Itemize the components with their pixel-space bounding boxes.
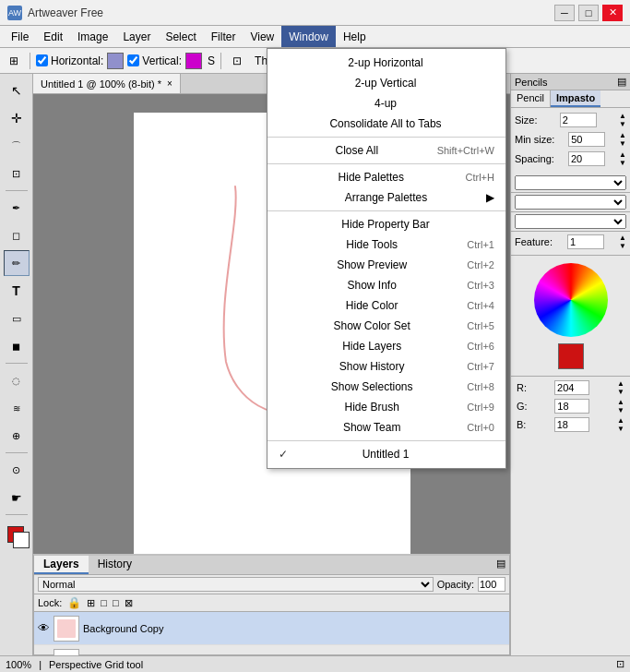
menu-show-color-set[interactable]: Show Color Set Ctrl+5 — [267, 316, 505, 336]
tool-brush[interactable]: ✏ — [4, 250, 30, 276]
lock-icon-3[interactable]: □ — [101, 597, 107, 608]
menu-consolidate[interactable]: Consolidate All to Tabs — [267, 114, 505, 134]
tool-magnify[interactable]: ⊙ — [4, 457, 30, 483]
menu-layer[interactable]: Layer — [115, 26, 158, 47]
menu-hide-tools[interactable]: Hide Tools Ctrl+1 — [267, 234, 505, 255]
b-spinner[interactable]: ▲▼ — [617, 416, 624, 433]
tool-rectangle[interactable]: ▭ — [4, 306, 30, 331]
tool-blur[interactable]: ◌ — [4, 367, 30, 393]
menu-help[interactable]: Help — [336, 26, 374, 47]
vertical-checkbox[interactable] — [127, 54, 139, 66]
blend-mode-select[interactable]: Normal Multiply Screen — [38, 577, 434, 592]
spacing-input[interactable] — [568, 151, 605, 166]
layer-name-1: Background Copy — [83, 623, 505, 634]
tool-move[interactable]: ✛ — [4, 105, 30, 131]
tool-eraser[interactable]: ◻ — [4, 222, 30, 248]
lock-icon-5[interactable]: ⊠ — [125, 597, 133, 609]
g-input[interactable] — [554, 399, 589, 414]
menu-hide-brush[interactable]: Hide Brush Ctrl+9 — [267, 397, 505, 417]
r-spinner[interactable]: ▲▼ — [617, 379, 624, 396]
tool-separator-2 — [6, 363, 28, 364]
menu-show-team[interactable]: Show Team Ctrl+0 — [267, 417, 505, 438]
horizontal-checkbox[interactable] — [36, 54, 48, 66]
opacity-label: Opacity: — [437, 579, 474, 590]
menu-hide-palettes[interactable]: Hide Palettes Ctrl+H — [267, 167, 505, 187]
minsize-label: Min size: — [515, 134, 554, 145]
status-icon: ⊡ — [616, 658, 624, 670]
tool-smudge[interactable]: ≋ — [4, 395, 30, 421]
toolbar-icon-1[interactable]: ⊞ — [4, 51, 24, 71]
minsize-input[interactable] — [568, 132, 605, 147]
tool-fill[interactable]: ◼ — [4, 333, 30, 359]
horizontal-label: Horizontal: — [51, 54, 103, 67]
tool-text[interactable]: T — [4, 278, 30, 304]
maximize-button[interactable]: □ — [578, 5, 599, 21]
menu-filter[interactable]: Filter — [204, 26, 244, 47]
size-spinner[interactable]: ▲▼ — [619, 112, 626, 128]
menu-close-all[interactable]: Close All Shift+Ctrl+W — [267, 140, 505, 161]
layer-eye-1[interactable]: 👁 — [38, 621, 50, 635]
right-panel: Pencils ▤ Pencil Impasto Size: ▲▼ Min si… — [510, 74, 630, 655]
canvas-tab-close[interactable]: × — [167, 78, 172, 89]
active-color-swatch[interactable] — [558, 343, 584, 369]
layers-panel-close[interactable]: ▤ — [493, 556, 509, 574]
layer-row-background-copy[interactable]: 👁 Background Copy — [34, 612, 509, 645]
toolbar-icon-2[interactable]: ⊡ — [227, 51, 247, 71]
minimize-button[interactable]: ─ — [554, 5, 575, 21]
opacity-input[interactable] — [478, 577, 505, 592]
panel-resize-icon[interactable]: ▤ — [617, 76, 626, 88]
lock-icon-4[interactable]: □ — [113, 597, 119, 608]
tab-layers[interactable]: Layers — [34, 556, 89, 574]
spacing-spinner[interactable]: ▲▼ — [619, 150, 626, 167]
menu-hide-color[interactable]: Hide Color Ctrl+4 — [267, 295, 505, 316]
lock-icon-1[interactable]: 🔒 — [67, 596, 81, 609]
brush-select-2[interactable] — [515, 195, 626, 210]
menu-hide-layers[interactable]: Hide Layers Ctrl+6 — [267, 336, 505, 356]
b-input[interactable] — [554, 417, 589, 432]
horizontal-color-box[interactable] — [107, 53, 124, 69]
bg-color-swatch[interactable] — [13, 532, 30, 548]
menu-label-hide-property-bar: Hide Property Bar — [341, 218, 429, 231]
menu-view[interactable]: View — [243, 26, 281, 47]
tool-hand[interactable]: ☛ — [4, 485, 30, 510]
menu-show-history[interactable]: Show History Ctrl+7 — [267, 356, 505, 377]
brush-select-1[interactable] — [515, 175, 626, 190]
menu-show-info[interactable]: Show Info Ctrl+3 — [267, 275, 505, 295]
close-button[interactable]: ✕ — [602, 5, 623, 21]
menu-2up-horizontal[interactable]: 2-up Horizontal — [267, 53, 505, 73]
feature-input[interactable] — [567, 234, 604, 249]
g-spinner[interactable]: ▲▼ — [617, 398, 624, 414]
canvas-tab-untitled1[interactable]: Untitled 1 @ 100% (8-bit) * × — [33, 74, 181, 93]
menu-2up-vertical[interactable]: 2-up Vertical — [267, 73, 505, 93]
tool-crop[interactable]: ⊡ — [4, 161, 30, 186]
toolbar-separator-1 — [30, 53, 30, 69]
vertical-color-box[interactable] — [185, 53, 202, 69]
menu-hide-property-bar[interactable]: Hide Property Bar — [267, 214, 505, 234]
color-wheel[interactable] — [534, 263, 608, 337]
menu-window[interactable]: Window — [281, 26, 336, 47]
menu-select[interactable]: Select — [158, 26, 203, 47]
tool-arrow[interactable]: ↖ — [4, 78, 30, 103]
r-input[interactable] — [554, 380, 589, 395]
minsize-spinner[interactable]: ▲▼ — [619, 131, 626, 148]
tool-clone[interactable]: ⊕ — [4, 423, 30, 449]
menu-show-selections[interactable]: Show Selections Ctrl+8 — [267, 377, 505, 397]
feature-spinner[interactable]: ▲▼ — [619, 234, 626, 250]
tab-impasto[interactable]: Impasto — [551, 90, 600, 107]
menu-show-preview[interactable]: Show Preview Ctrl+2 — [267, 255, 505, 275]
menu-edit[interactable]: Edit — [36, 26, 70, 47]
menu-image[interactable]: Image — [70, 26, 115, 47]
menu-4up[interactable]: 4-up — [267, 93, 505, 114]
tool-eyedropper[interactable]: ✒ — [4, 195, 30, 221]
menu-arrange-palettes[interactable]: Arrange Palettes ▶ — [267, 187, 505, 208]
minsize-row: Min size: ▲▼ — [515, 131, 626, 148]
tab-pencil[interactable]: Pencil — [511, 90, 551, 107]
menu-untitled1[interactable]: ✓ Untitled 1 — [267, 444, 505, 464]
lock-icon-2[interactable]: ⊞ — [87, 597, 95, 609]
brush-select-3[interactable] — [515, 214, 626, 229]
menu-label-hide-color: Hide Color — [346, 299, 398, 312]
tab-history[interactable]: History — [89, 556, 141, 574]
menu-file[interactable]: File — [4, 26, 36, 47]
tool-lasso[interactable]: ⌒ — [4, 133, 30, 159]
size-input[interactable] — [560, 113, 597, 127]
